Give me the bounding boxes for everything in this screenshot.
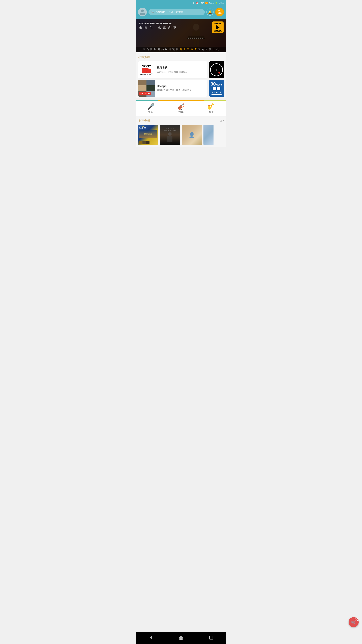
naxos-col-3 <box>215 87 216 90</box>
naxos-years: 30 YEARS <box>211 82 222 86</box>
featured-row-1: SONY CLASSICAL™ 索尼古典 索尼古典 - 官方正版Hi-Res音源 <box>138 62 224 78</box>
meister-note-icon: ♪ <box>215 68 218 72</box>
dacapo-cell-3 <box>138 85 146 91</box>
genre-item-liuxing[interactable]: 🎤 流行 <box>147 104 155 114</box>
sonar-cover: 单SONAR SPECIAL EDITION <box>160 125 180 145</box>
meister-dot <box>218 72 220 74</box>
dacapo-cell-4 <box>146 85 155 91</box>
naxos-col-1 <box>213 87 214 90</box>
meister-circle: ♪ <box>210 64 223 76</box>
sony-card-info: 索尼古典 索尼古典 - 官方正版Hi-Res音源 <box>155 64 207 75</box>
living-label: LIVING <box>139 126 145 127</box>
album-3-cover: 👤 <box>182 125 202 145</box>
albums-grid: LIVING SteREO DEATH ANDTHE MAIDEN 单SONAR… <box>138 125 224 145</box>
genre-items: 🎤 流行 🎻 古典 🎷 爵士 <box>136 104 226 114</box>
color-bar-yellow-green <box>204 100 226 101</box>
bluetooth-icon: ★ <box>193 2 195 4</box>
sonar-figure <box>166 132 174 142</box>
svg-point-0 <box>193 24 199 30</box>
sony-text: SONY <box>142 64 151 68</box>
stereo-label: SteREO <box>139 127 146 129</box>
lte-label: LTE <box>200 2 204 4</box>
hires-badge[interactable]: Hi- Res AUDIO <box>215 8 224 16</box>
banner-subtitle-highlight: 爵 士 三 重 奏 <box>180 48 197 51</box>
notification-bell-button[interactable]: 🔔 <box>206 8 214 16</box>
featured-cards-grid: SONY CLASSICAL™ 索尼古典 索尼古典 - 官方正版Hi-Res音源 <box>138 62 224 96</box>
naxos-name: NAXOS <box>212 91 222 94</box>
genre-section: 🎤 流行 🎻 古典 🎷 爵士 <box>136 101 226 116</box>
genre-label-jueshi: 爵士 <box>209 110 214 114</box>
sonar-subtitle: SPECIAL EDITION <box>164 130 176 131</box>
featured-card-naxos[interactable]: 30 YEARS NAXOS <box>209 80 224 96</box>
svg-rect-6 <box>192 38 193 38</box>
bottom-spacer <box>136 146 226 160</box>
banner-subtitle-text: 来 自 比 利 时 的 欧 洲 顶 级 爵 士 三 重 奏 国 内 首 发 上 … <box>136 48 226 51</box>
color-bar-teal <box>136 100 158 101</box>
sony-shape-1 <box>142 68 147 73</box>
dacapo-card-desc: 丹麦国立唱片品牌 - Hi-Res独家首发 <box>157 89 205 92</box>
albums-more-button[interactable]: 多> <box>220 119 224 122</box>
featured-section: 小编推荐 SONY CLASSICAL™ 索尼古典 索尼古典 - 官方正版Hi-… <box>136 52 226 98</box>
dacapo-card-info: Dacapo 丹麦国立唱片品牌 - Hi-Res独家首发 <box>155 83 207 94</box>
banner-video-button[interactable]: 专辑附送视频 <box>212 22 224 33</box>
search-placeholder: 搜索歌曲、专辑、艺术家 <box>156 10 183 14</box>
naxos-logo: 30 YEARS NAXOS <box>209 80 224 96</box>
play-icon <box>216 25 220 30</box>
sony-shapes <box>142 68 151 73</box>
genre-label-gudian: 古典 <box>178 110 184 114</box>
svg-rect-9 <box>198 38 199 38</box>
status-time: 3:19 <box>219 2 224 4</box>
sony-card-desc: 索尼古典 - 官方正版Hi-Res音源 <box>157 70 205 74</box>
featured-title: 小编推荐 <box>138 55 224 59</box>
meister-logo: ♪ <box>209 62 224 78</box>
featured-card-sony[interactable]: SONY CLASSICAL™ 索尼古典 索尼古典 - 官方正版Hi-Res音源 <box>138 62 207 78</box>
naxos-col-2 <box>214 87 215 90</box>
search-bar[interactable]: 🔍 搜索歌曲、专辑、艺术家 <box>148 9 205 15</box>
sonar-content: 单SONAR SPECIAL EDITION <box>164 127 176 142</box>
svg-rect-8 <box>196 38 197 38</box>
albums-title: 推荐专辑 <box>138 119 150 123</box>
album-4-cover <box>203 125 214 145</box>
dacapo-cell-2 <box>146 80 155 85</box>
living-stereo-cover: LIVING SteREO DEATH ANDTHE MAIDEN <box>138 125 158 145</box>
album-card-living-stereo[interactable]: LIVING SteREO DEATH ANDTHE MAIDEN <box>138 125 158 145</box>
featured-row-2: DACAPO Dacapo 丹麦国立唱片品牌 - Hi-Res独家首发 30 Y… <box>138 80 224 96</box>
album-card-sonar[interactable]: 单SONAR SPECIAL EDITION <box>160 125 180 145</box>
living-stereo-thumbnails <box>139 141 158 144</box>
svg-rect-7 <box>194 38 195 38</box>
banner-background: MICHELINO BISCEGLIA 米 歇 尔 · 比 塞 利 亚 <box>136 19 226 52</box>
color-bar-orange <box>158 100 181 101</box>
video-label: 专辑附送视频 <box>214 31 222 32</box>
album-card-3[interactable]: 👤 <box>182 125 202 145</box>
dacapo-cell-1 <box>138 80 146 85</box>
naxos-columns <box>213 87 220 90</box>
svg-rect-12 <box>194 40 196 46</box>
albums-header: 推荐专辑 多> <box>138 119 224 123</box>
dacapo-text-overlay: DACAPO <box>139 92 151 95</box>
naxos-col-6 <box>219 87 220 90</box>
featured-card-meister[interactable]: ♪ <box>209 62 224 78</box>
genre-item-jueshi[interactable]: 🎷 爵士 <box>207 104 215 114</box>
sony-card-name: 索尼古典 <box>157 66 205 70</box>
dacapo-card-name: Dacapo <box>157 85 205 88</box>
album-card-4[interactable] <box>203 125 214 145</box>
featured-card-dacapo[interactable]: DACAPO Dacapo 丹麦国立唱片品牌 - Hi-Res独家首发 <box>138 80 207 96</box>
bell-icon: 🔔 <box>208 10 212 14</box>
dacapo-logo: DACAPO <box>138 80 155 96</box>
naxos-col-4 <box>217 87 218 90</box>
genre-item-gudian[interactable]: 🎻 古典 <box>177 104 185 114</box>
naxos-30: 30 <box>211 82 216 86</box>
signal-icon: 📶 <box>205 2 208 4</box>
status-bar: ★ ⏰ LTE 📶 76% 🔋 3:19 <box>136 0 226 6</box>
genre-label-liuxing: 流行 <box>148 110 153 114</box>
alarm-icon: ⏰ <box>196 2 199 4</box>
sony-shape-2 <box>147 68 151 73</box>
svg-rect-10 <box>200 38 201 38</box>
user-avatar[interactable] <box>138 8 147 16</box>
sony-logo: SONY CLASSICAL™ <box>138 62 155 78</box>
naxos-base-bar <box>212 94 222 95</box>
banner[interactable]: MICHELINO BISCEGLIA 米 歇 尔 · 比 塞 利 亚 <box>136 19 226 52</box>
sony-classical-text: CLASSICAL™ <box>140 73 153 75</box>
banner-subtitle: 来 自 比 利 时 的 欧 洲 顶 级 爵 士 三 重 奏 国 内 首 发 上 … <box>136 46 226 52</box>
svg-rect-2 <box>188 36 204 38</box>
